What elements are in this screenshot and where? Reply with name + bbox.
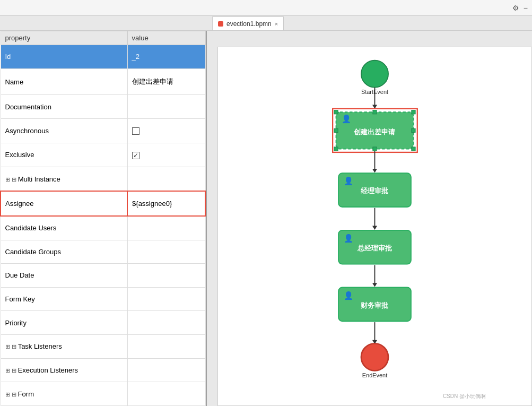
task1-person-icon: 👤 — [342, 114, 352, 124]
prop-value-cell — [127, 358, 205, 382]
prop-value-cell — [127, 95, 205, 119]
top-bar: ⚙ − — [0, 0, 532, 16]
property-panel: property value Id_2Name创建出差申请Documentati… — [0, 31, 207, 406]
prop-value-cell — [127, 216, 205, 240]
table-header: property value — [1, 31, 205, 45]
start-event-circle[interactable] — [361, 61, 388, 88]
handle-bl — [334, 147, 338, 151]
prop-name-cell: Form Key — [1, 287, 127, 311]
prop-value-cell — [127, 382, 205, 406]
task1-label: 创建出差申请 — [354, 128, 396, 136]
tab-dot — [218, 21, 223, 27]
prop-name-cell: Asynchronous — [1, 119, 127, 143]
main-layout: property value Id_2Name创建出差申请Documentati… — [0, 31, 532, 406]
prop-name-cell: Candidate Groups — [1, 240, 127, 264]
prop-name-cell: Due Date — [1, 264, 127, 288]
end-event-circle[interactable] — [361, 343, 388, 370]
tab-close-button[interactable]: × — [275, 21, 278, 27]
prop-name-cell: ⊞ Multi Instance — [1, 167, 127, 191]
prop-name-cell: Priority — [1, 311, 127, 335]
handle-ml — [334, 128, 338, 132]
end-event-label: EndEvent — [362, 372, 387, 378]
arrowhead-4 — [372, 283, 377, 287]
tab-bar: evection1.bpmn × — [0, 16, 532, 31]
prop-name-cell: Exclusive — [1, 143, 127, 167]
task3-label: 总经理审批 — [357, 244, 392, 252]
handle-br — [412, 147, 415, 151]
task4-label: 财务审批 — [361, 301, 389, 309]
table-row[interactable]: Id_2 — [1, 45, 205, 69]
checkbox-unchecked[interactable] — [132, 127, 139, 135]
gear-icon[interactable]: ⚙ — [512, 4, 519, 12]
table-row[interactable]: Name创建出差申请 — [1, 68, 205, 95]
prop-value-cell — [127, 311, 205, 335]
table-row[interactable]: Priority — [1, 311, 205, 335]
table-row[interactable]: Candidate Groups — [1, 240, 205, 264]
top-bar-icons: ⚙ − — [512, 4, 528, 12]
table-row[interactable]: ⊞ Multi Instance — [1, 167, 205, 191]
canvas-inner: StartEvent 👤 创建出差申请 — [217, 47, 532, 406]
checkbox-checked[interactable] — [132, 152, 139, 159]
prop-value-cell — [127, 119, 205, 143]
arrowhead-3 — [372, 226, 377, 230]
handle-tr — [412, 110, 415, 114]
property-table: property value Id_2Name创建出差申请Documentati… — [0, 31, 206, 406]
tab-evection[interactable]: evection1.bpmn × — [212, 16, 284, 30]
prop-name-cell: ⊞ Execution Listeners — [1, 358, 127, 382]
prop-name-cell: Candidate Users — [1, 216, 127, 240]
arrowhead-2 — [372, 169, 377, 172]
prop-value-cell — [127, 240, 205, 264]
prop-name-cell: ⊞ Task Listeners — [1, 335, 127, 359]
handle-bm — [373, 147, 377, 151]
prop-name-cell: Assignee — [1, 191, 127, 215]
table-row[interactable]: Candidate Users — [1, 216, 205, 240]
tab-label: evection1.bpmn — [226, 20, 272, 28]
task2-label: 经理审批 — [361, 187, 389, 195]
bpmn-diagram: StartEvent 👤 创建出差申请 — [218, 47, 531, 405]
handle-tl — [334, 110, 338, 114]
table-row[interactable]: ⊞ Form — [1, 382, 205, 406]
prop-value-cell — [127, 143, 205, 167]
table-row[interactable]: ⊞ Execution Listeners — [1, 358, 205, 382]
prop-value-cell — [127, 264, 205, 288]
handle-tm — [373, 110, 377, 114]
table-row[interactable]: Asynchronous — [1, 119, 205, 143]
task4-person-icon: 👤 — [344, 291, 354, 300]
prop-name-cell: Name — [1, 68, 127, 95]
prop-name-cell: Id — [1, 45, 127, 69]
watermark: CSDN @小玩偶啊 — [443, 393, 486, 399]
table-row[interactable]: Documentation — [1, 95, 205, 119]
minimize-icon[interactable]: − — [524, 4, 528, 12]
prop-value-cell — [127, 287, 205, 311]
table-row[interactable]: Form Key — [1, 287, 205, 311]
task3-person-icon: 👤 — [344, 234, 354, 243]
prop-value-cell: _2 — [127, 45, 205, 69]
prop-value-cell: 创建出差申请 — [127, 68, 205, 95]
prop-value-cell — [127, 167, 205, 191]
prop-name-cell: Documentation — [1, 95, 127, 119]
table-row[interactable]: Assignee${assignee0} — [1, 191, 205, 215]
prop-value-cell — [127, 335, 205, 359]
table-row[interactable]: ⊞ Task Listeners — [1, 335, 205, 359]
col-property: property — [1, 31, 127, 45]
canvas-area: StartEvent 👤 创建出差申请 — [207, 31, 532, 406]
table-row[interactable]: Due Date — [1, 264, 205, 288]
table-row[interactable]: Exclusive — [1, 143, 205, 167]
task2-person-icon: 👤 — [344, 176, 354, 186]
prop-value-cell: ${assignee0} — [127, 191, 205, 215]
col-value: value — [127, 31, 205, 45]
prop-name-cell: ⊞ Form — [1, 382, 127, 406]
handle-mr — [412, 128, 415, 132]
